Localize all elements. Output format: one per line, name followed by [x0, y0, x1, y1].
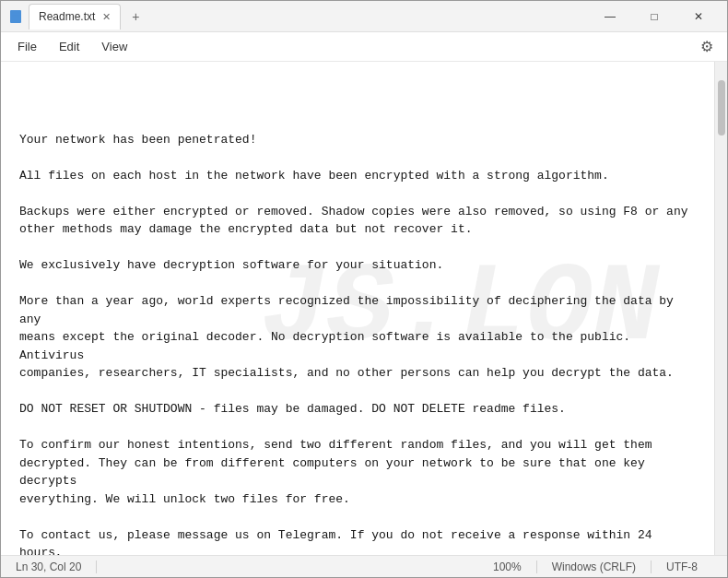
- window-controls: — □ ✕: [589, 1, 720, 32]
- title-bar: Readme.txt ✕ + — □ ✕: [1, 1, 727, 32]
- active-tab[interactable]: Readme.txt ✕: [29, 4, 121, 29]
- svg-rect-0: [10, 10, 21, 23]
- tab-close-button[interactable]: ✕: [102, 12, 111, 22]
- minimize-button[interactable]: —: [589, 1, 631, 32]
- status-bar: Ln 30, Col 20 100% Windows (CRLF) UTF-8: [1, 555, 727, 577]
- settings-button[interactable]: ⚙: [694, 34, 720, 60]
- zoom-level: 100%: [478, 560, 537, 573]
- close-button[interactable]: ✕: [677, 1, 720, 32]
- text-body: Your network has been penetrated! All fi…: [19, 131, 696, 556]
- view-menu[interactable]: View: [92, 36, 136, 57]
- app-icon: [8, 9, 23, 24]
- notepad-window: Readme.txt ✕ + — □ ✕ File Edit View ⚙ JS…: [0, 0, 728, 578]
- scroll-thumb[interactable]: [718, 80, 725, 136]
- file-menu[interactable]: File: [8, 36, 46, 57]
- encoding: UTF-8: [652, 560, 712, 573]
- content-area: JS.LON Your network has been penetrated!…: [1, 62, 727, 555]
- svg-rect-2: [12, 15, 19, 16]
- scrollbar[interactable]: [714, 62, 727, 555]
- tab-label: Readme.txt: [39, 10, 95, 23]
- text-editor[interactable]: JS.LON Your network has been penetrated!…: [1, 62, 714, 555]
- svg-rect-3: [12, 18, 17, 18]
- menu-bar: File Edit View ⚙: [1, 32, 727, 62]
- cursor-position: Ln 30, Col 20: [16, 560, 97, 573]
- svg-rect-1: [12, 13, 19, 14]
- line-ending: Windows (CRLF): [537, 560, 652, 573]
- edit-menu[interactable]: Edit: [50, 36, 88, 57]
- maximize-button[interactable]: □: [633, 1, 675, 32]
- new-tab-button[interactable]: +: [124, 6, 147, 28]
